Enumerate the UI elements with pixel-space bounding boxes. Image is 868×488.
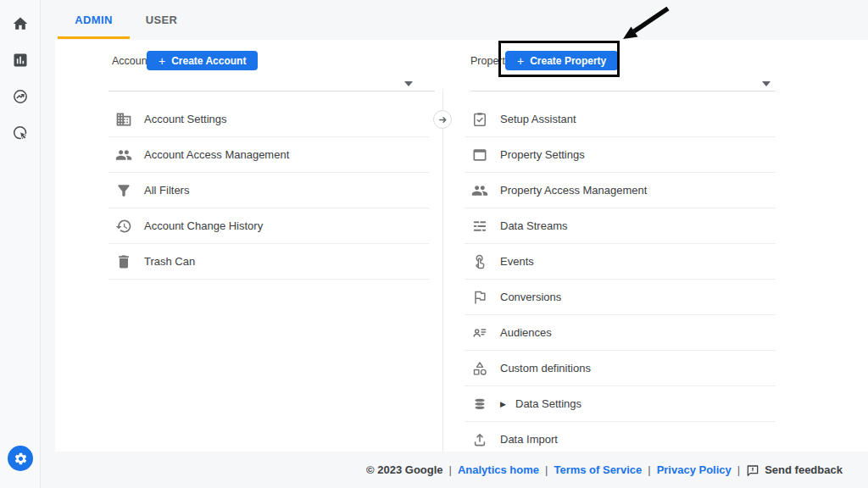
footer-separator: |: [737, 463, 740, 476]
plus-icon: +: [517, 55, 524, 67]
menu-item-all-filters[interactable]: All Filters: [108, 173, 429, 208]
footer-link-privacy-policy[interactable]: Privacy Policy: [657, 463, 732, 476]
plus-icon: +: [159, 55, 165, 67]
property-selector-dropdown[interactable]: [470, 73, 776, 92]
menu-item-account-change-history[interactable]: Account Change History: [108, 208, 429, 244]
footer-separator: |: [648, 463, 650, 476]
upload-icon: [471, 431, 488, 448]
chevron-down-icon: [404, 81, 413, 86]
menu-item-audiences[interactable]: Audiences: [465, 315, 776, 351]
people-icon: [471, 182, 488, 199]
expand-triangle-icon[interactable]: ▶: [500, 400, 509, 408]
trash-icon: [115, 253, 132, 270]
menu-item-trash-can[interactable]: Trash Can: [108, 244, 429, 280]
tab-user[interactable]: USER: [130, 0, 193, 40]
feedback-bubble-icon: [746, 463, 760, 477]
menu-item-account-access-management[interactable]: Account Access Management: [108, 137, 429, 173]
building-icon: [115, 111, 132, 128]
footer: © 2023 Google | Analytics home | Terms o…: [341, 452, 868, 488]
account-selector-dropdown[interactable]: [108, 73, 435, 92]
database-icon: [471, 396, 488, 413]
tab-admin-label: ADMIN: [75, 14, 113, 26]
data-streams-icon: [471, 218, 488, 235]
menu-item-conversions[interactable]: Conversions: [465, 280, 776, 315]
menu-item-custom-definitions[interactable]: Custom definitions: [465, 351, 776, 386]
create-property-button[interactable]: + Create Property: [505, 51, 618, 70]
admin-settings-gear-icon[interactable]: [8, 446, 33, 471]
footer-link-analytics-home[interactable]: Analytics home: [458, 463, 539, 476]
touch-icon: [471, 253, 488, 270]
footer-copyright: © 2023 Google: [366, 463, 443, 476]
chevron-down-icon: [762, 81, 771, 86]
menu-item-property-settings[interactable]: Property Settings: [465, 137, 776, 173]
history-icon: [115, 218, 132, 235]
left-nav-rail: [0, 0, 41, 488]
menu-item-events[interactable]: Events: [465, 244, 776, 280]
people-icon: [115, 147, 132, 164]
menu-item-setup-assistant[interactable]: Setup Assistant: [465, 102, 776, 137]
footer-link-terms-of-service[interactable]: Terms of Service: [554, 463, 642, 476]
tab-user-label: USER: [146, 14, 178, 26]
home-icon[interactable]: [12, 15, 29, 32]
account-column-label: Account: [112, 55, 150, 67]
shapes-icon: [471, 360, 488, 377]
tab-admin[interactable]: ADMIN: [58, 0, 130, 40]
admin-panel-card: Account + Create Account Account Setting…: [55, 40, 868, 452]
account-menu-list: Account Settings Account Access Manageme…: [108, 102, 429, 280]
send-feedback-button[interactable]: Send feedback: [746, 463, 843, 477]
footer-separator: |: [545, 463, 548, 476]
reports-bar-chart-icon[interactable]: [12, 52, 29, 69]
collapse-column-button[interactable]: [433, 110, 452, 129]
flag-icon: [471, 289, 488, 306]
column-divider: [442, 89, 443, 452]
footer-separator: |: [449, 463, 452, 476]
menu-item-data-streams[interactable]: Data Streams: [465, 208, 776, 244]
menu-item-account-settings[interactable]: Account Settings: [108, 102, 429, 137]
advertising-icon[interactable]: [12, 125, 29, 141]
create-account-button[interactable]: + Create Account: [147, 51, 258, 70]
filter-funnel-icon: [115, 182, 132, 199]
explore-icon[interactable]: [12, 88, 29, 105]
menu-item-data-import[interactable]: Data Import: [465, 422, 776, 452]
window-icon: [471, 147, 488, 164]
menu-item-data-settings[interactable]: ▶ Data Settings: [465, 386, 776, 422]
audience-icon: [471, 324, 488, 341]
clipboard-check-icon: [471, 111, 488, 128]
menu-item-property-access-management[interactable]: Property Access Management: [465, 173, 776, 208]
property-menu-list: Setup Assistant Property Settings Proper…: [465, 102, 776, 452]
arrow-right-icon: [437, 114, 448, 125]
admin-user-tabbar: ADMIN USER: [41, 0, 868, 40]
